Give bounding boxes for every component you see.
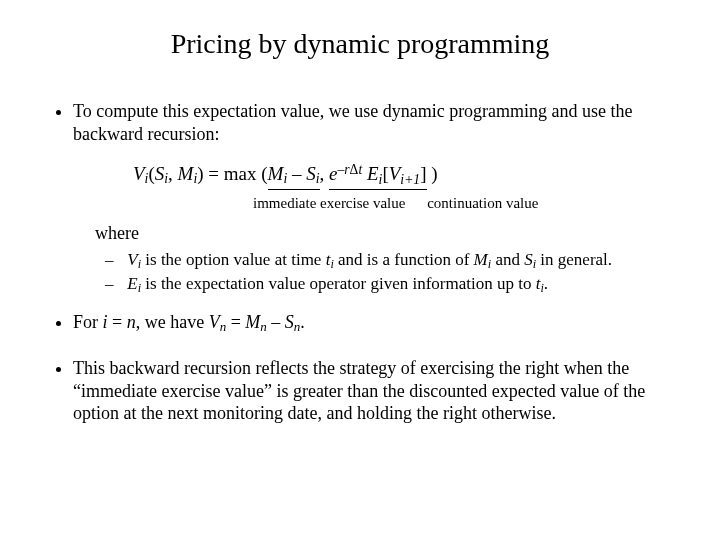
- bullet-1-text: To compute this expectation value, we us…: [73, 101, 633, 144]
- w2-end: .: [544, 274, 548, 293]
- label-immediate: immediate exercise value: [253, 194, 405, 213]
- w1-mid2: and is a function of: [334, 250, 474, 269]
- continuation-value-group: e–rΔt Ei[Vi+1]: [329, 161, 427, 190]
- w1-and: and: [491, 250, 524, 269]
- b2-S: S: [285, 312, 294, 332]
- w1-M: M: [474, 250, 488, 269]
- formula: Vi(Si, Mi) = max (Mi – Si, e–rΔt Ei[Vi+1…: [133, 163, 438, 184]
- w1-mid1: is the option value at time: [141, 250, 326, 269]
- w1-V: V: [127, 250, 137, 269]
- w1-S: S: [524, 250, 533, 269]
- slide-title: Pricing by dynamic programming: [45, 28, 675, 60]
- formula-labels: immediate exercise value continuation va…: [145, 194, 675, 213]
- formula-M2: M: [268, 163, 284, 184]
- where-item-2: Ei is the expectation value operator giv…: [123, 273, 675, 297]
- b2-dot: .: [300, 312, 305, 332]
- slide-container: Pricing by dynamic programming To comput…: [0, 0, 720, 459]
- formula-block: Vi(Si, Mi) = max (Mi – Si, e–rΔt Ei[Vi+1…: [133, 161, 675, 190]
- w2-E: E: [127, 274, 137, 293]
- b2-minus: –: [267, 312, 285, 332]
- bullet-3: This backward recursion reflects the str…: [73, 357, 675, 425]
- where-label: where: [95, 222, 675, 245]
- formula-comma1: ,: [168, 163, 178, 184]
- formula-V2: V: [389, 163, 401, 184]
- where-item-1: Vi is the option value at time ti and is…: [123, 249, 675, 273]
- b2-eq: =: [108, 312, 127, 332]
- formula-sup: –rΔt: [337, 162, 362, 177]
- w2-mid: is the expectation value operator given …: [141, 274, 536, 293]
- bullet-2: For i = n, we have Vn = Mn – Sn.: [73, 311, 675, 335]
- b2-a: For: [73, 312, 103, 332]
- w1-end: in general.: [536, 250, 612, 269]
- immediate-exercise-group: Mi – Si: [268, 162, 320, 190]
- b2-n: n: [127, 312, 136, 332]
- formula-S: S: [155, 163, 165, 184]
- formula-E: E: [367, 163, 379, 184]
- bullet-1: To compute this expectation value, we us…: [73, 100, 675, 297]
- b2-V: V: [209, 312, 220, 332]
- formula-sub-iplus1: i+1: [400, 172, 420, 187]
- formula-V: V: [133, 163, 145, 184]
- label-continuation: continuation value: [427, 194, 538, 213]
- bullet-3-text: This backward recursion reflects the str…: [73, 358, 645, 423]
- formula-end: ): [427, 163, 438, 184]
- formula-M: M: [178, 163, 194, 184]
- bullet-list: To compute this expectation value, we us…: [45, 100, 675, 425]
- b2-M: M: [245, 312, 260, 332]
- formula-S2: S: [306, 163, 316, 184]
- where-sublist: Vi is the option value at time ti and is…: [73, 249, 675, 297]
- formula-close-eq: ) = max (: [197, 163, 267, 184]
- formula-comma2: ,: [320, 163, 330, 184]
- formula-minus: –: [287, 163, 306, 184]
- b2-have: , we have: [136, 312, 209, 332]
- b2-eq2: =: [226, 312, 245, 332]
